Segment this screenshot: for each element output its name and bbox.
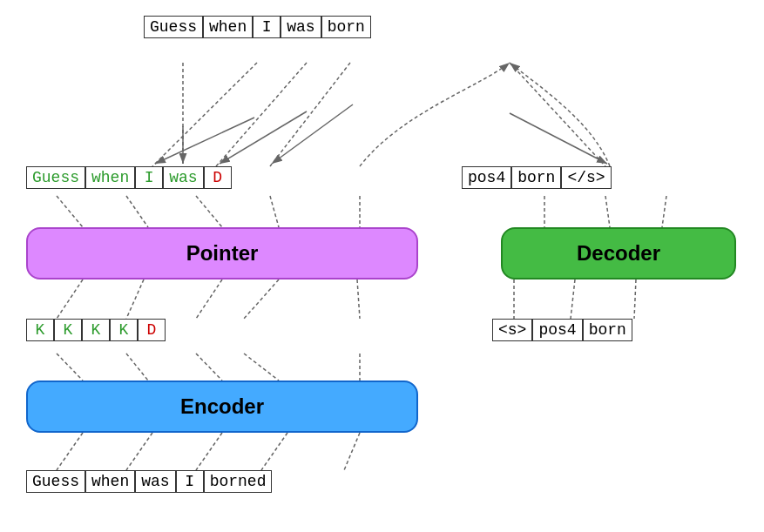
dec-token-born: born	[583, 319, 632, 341]
bottom-token-guess: Guess	[26, 470, 85, 493]
svg-line-12	[57, 279, 83, 319]
bottom-token-when: when	[85, 470, 135, 493]
encoder-box: Encoder	[26, 380, 418, 433]
svg-line-14	[196, 279, 222, 319]
mid-right-token-pos4: pos4	[462, 166, 511, 189]
top-token-born: born	[321, 16, 371, 38]
svg-line-30	[261, 433, 287, 470]
svg-line-5	[270, 63, 350, 166]
svg-line-6	[510, 63, 605, 166]
svg-line-20	[244, 354, 279, 380]
dec-token-pos4: pos4	[532, 319, 582, 341]
svg-line-34	[662, 196, 666, 227]
mid-left-row: Guess when I was D	[26, 166, 232, 189]
decoder-label: Decoder	[577, 241, 660, 266]
encoder-label: Encoder	[180, 394, 264, 419]
mid-right-token-born: born	[511, 166, 561, 189]
bottom-token-i: I	[176, 470, 204, 493]
svg-line-19	[196, 354, 222, 380]
pointer-label: Pointer	[186, 241, 259, 266]
pointer-box: Pointer	[26, 227, 418, 279]
svg-line-16	[357, 279, 360, 319]
key-d: D	[138, 319, 166, 341]
svg-line-37	[634, 279, 636, 319]
svg-line-11	[510, 113, 607, 164]
decoder-input-row: <s> pos4 born	[492, 319, 632, 341]
dec-token-s: <s>	[492, 319, 532, 341]
mid-right-token-eos: </s>	[561, 166, 611, 189]
svg-line-13	[126, 279, 144, 319]
svg-line-9	[220, 111, 307, 164]
top-row: Guess when I was born	[144, 16, 371, 38]
svg-line-23	[126, 196, 148, 227]
mid-left-token-d: D	[204, 166, 232, 189]
key-k2: K	[54, 319, 82, 341]
svg-line-18	[126, 354, 148, 380]
svg-line-15	[244, 279, 279, 319]
svg-line-3	[152, 63, 257, 166]
mid-left-token-was: was	[163, 166, 203, 189]
decoder-box: Decoder	[501, 227, 736, 279]
top-token-was: was	[281, 16, 321, 38]
svg-line-4	[216, 63, 307, 166]
bottom-row: Guess when was I borned	[26, 470, 272, 493]
svg-line-28	[126, 433, 152, 470]
key-k1: K	[26, 319, 54, 341]
svg-line-10	[272, 104, 353, 164]
top-token-i: I	[253, 16, 281, 38]
svg-line-24	[196, 196, 222, 227]
svg-line-29	[196, 433, 222, 470]
diagram: Guess when I was born Guess when I was D…	[0, 0, 764, 532]
svg-line-33	[605, 196, 610, 227]
mid-left-token-when: when	[85, 166, 135, 189]
svg-line-22	[57, 196, 83, 227]
svg-line-36	[571, 279, 575, 319]
mid-left-token-i: I	[135, 166, 163, 189]
svg-line-25	[270, 196, 279, 227]
bottom-token-was: was	[135, 470, 175, 493]
mid-right-row: pos4 born </s>	[462, 166, 612, 189]
svg-line-17	[57, 354, 83, 380]
mid-left-token-guess: Guess	[26, 166, 85, 189]
key-k3: K	[82, 319, 110, 341]
top-token-guess: Guess	[144, 16, 203, 38]
svg-line-27	[57, 433, 83, 470]
top-token-when: when	[203, 16, 253, 38]
key-k4: K	[110, 319, 138, 341]
svg-line-31	[344, 433, 360, 470]
svg-line-8	[155, 118, 254, 164]
keys-row: K K K K D	[26, 319, 166, 341]
bottom-token-borned: borned	[204, 470, 273, 493]
